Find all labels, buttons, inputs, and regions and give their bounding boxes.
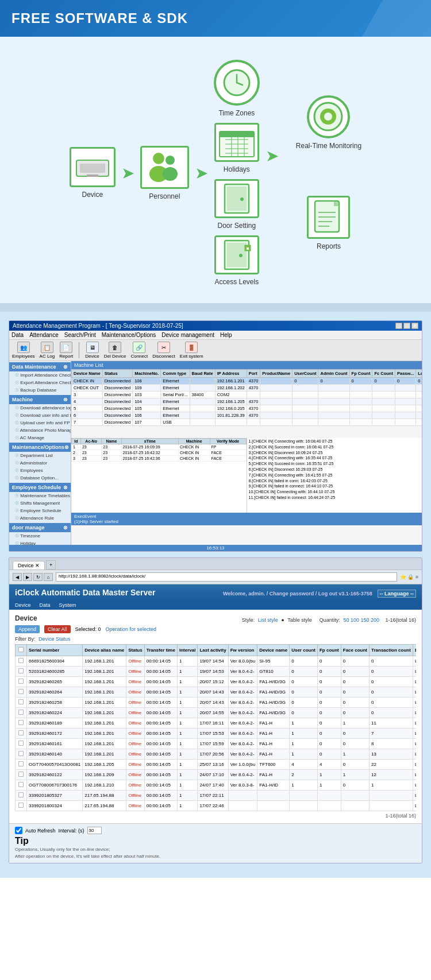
machine-table-row[interactable]: 3Disconnected103Serial Port/...38400COM2 (72, 392, 422, 398)
web-table-row[interactable]: 52031824600285192.168.1.201Offline00:00:… (16, 667, 417, 677)
sidebar-section-maintenance[interactable]: Maintenance/Options ⊗ (9, 443, 71, 452)
sidebar-item-att-rule[interactable]: Attendance Rule (9, 514, 71, 522)
browser-tab-add[interactable]: + (46, 560, 56, 570)
web-table-row[interactable]: 3929182460122192.168.1.209Offline00:00:1… (16, 770, 417, 780)
language-btn[interactable]: -- Language -- (378, 590, 417, 598)
sidebar-item-backup[interactable]: Backup Database (9, 386, 71, 394)
toolbar-employees-btn[interactable]: 👥 Employees (12, 342, 35, 359)
toolbar-aclog-btn[interactable]: 📋 AC Log (40, 342, 55, 359)
auto-refresh-checkbox[interactable] (15, 827, 22, 834)
row-checkbox[interactable] (18, 803, 24, 808)
web-table-container[interactable]: Serial number Device alias name Status T… (15, 644, 416, 811)
log-table-container[interactable]: Id Ac-No Name sTime Machine Verify Mode (71, 438, 247, 513)
sidebar-item-shifts[interactable]: Shifts Management (9, 499, 71, 507)
web-table-row[interactable]: OGT70400570413O0081192.168.1.205Offline0… (16, 760, 417, 770)
menu-data[interactable]: Data (11, 332, 24, 338)
clear-all-btn[interactable]: Clear All (44, 625, 71, 633)
back-btn[interactable]: ◀ (13, 573, 22, 581)
machine-table-row[interactable]: 7Disconnected107USB3204 (72, 419, 422, 426)
row-checkbox[interactable] (18, 782, 24, 787)
machine-table-row[interactable]: 6Disconnected106Ethernet101.81.228.39437… (72, 412, 422, 419)
machine-table-row[interactable]: CHECK OUTDisconnected109Ethernet192.168.… (72, 385, 422, 392)
menu-device-mgmt[interactable]: Device management (161, 332, 214, 338)
row-checkbox[interactable] (18, 741, 24, 746)
sidebar-item-export[interactable]: Export Attendance Checking Data (9, 379, 71, 386)
sidebar-item-dbopt[interactable]: Database Option... (9, 474, 71, 482)
web-nav-system[interactable]: System (59, 602, 76, 608)
win-menubar[interactable]: Data Attendance Search/Print Maintenance… (9, 331, 422, 340)
web-table-row[interactable]: 3929182460172192.168.1.201Offline00:00:1… (16, 729, 417, 739)
home-btn[interactable]: ⌂ (44, 573, 53, 581)
row-checkbox[interactable] (18, 679, 24, 684)
web-table-row[interactable]: 3399201800324217.65.194.88Offline00:00:1… (16, 801, 417, 811)
row-checkbox[interactable] (18, 772, 24, 777)
row-checkbox[interactable] (18, 689, 24, 694)
sidebar-item-timetables[interactable]: Maintenance Timetables (9, 492, 71, 499)
sidebar-item-employees[interactable]: Employees (9, 467, 71, 474)
url-bar[interactable]: http://192.168.1.88:8082/iclock/data/icl… (56, 572, 397, 582)
row-checkbox[interactable] (18, 730, 24, 735)
table-style-btn[interactable]: Table style (287, 617, 312, 623)
sidebar-section-schedule[interactable]: Employee Schedule ⊗ (9, 483, 71, 492)
select-all-checkbox[interactable] (18, 647, 24, 652)
toolbar-device-btn[interactable]: 🖥 Device (85, 342, 99, 359)
append-btn[interactable]: Append (15, 625, 40, 633)
row-checkbox[interactable] (18, 720, 24, 725)
win-close-btn[interactable]: ✕ (411, 323, 418, 329)
sidebar-item-photo[interactable]: Attendance Photo Management (9, 427, 71, 434)
sidebar-item-ac[interactable]: AC Manage (9, 434, 71, 441)
web-table-row[interactable]: 3929182460224192.168.1.201Offline00:00:1… (16, 708, 417, 718)
toolbar-connect-btn[interactable]: 🔗 Connect (130, 342, 148, 359)
web-col-check[interactable] (16, 645, 27, 656)
machine-table-container[interactable]: Device Name Status MachineNo. Comm type … (71, 369, 422, 438)
web-table-row[interactable]: 3929182460161192.168.1.201Offline00:00:1… (16, 739, 417, 749)
log-table-row[interactable]: 323232018-07-25 16:42:36CHECK INFACE (72, 456, 247, 462)
toolbar-disconnect-btn[interactable]: ✂ Disconnect (152, 342, 175, 359)
sidebar-section-machine[interactable]: Machine ⊗ (9, 395, 71, 404)
operation-label[interactable]: Operation for selected (106, 626, 157, 632)
web-nav-device[interactable]: Device (15, 602, 31, 608)
status-log-container[interactable]: 1.[CHECK IN] Connecting with: 16:08:40 0… (247, 438, 422, 513)
web-table-row[interactable]: OGT708006707300176192.168.1.210Offline00… (16, 780, 417, 791)
menu-maintenance[interactable]: Maintenance/Options (102, 332, 156, 338)
menu-attendance[interactable]: Attendance (29, 332, 59, 338)
row-checkbox[interactable] (18, 668, 24, 673)
web-table-row[interactable]: 3929182460265192.168.1.201Offline00:00:1… (16, 677, 417, 687)
menu-help[interactable]: Help (220, 332, 232, 338)
row-checkbox[interactable] (18, 699, 24, 704)
web-table-row[interactable]: 3929182460189192.168.1.201Offline00:00:1… (16, 718, 417, 729)
web-table-row[interactable]: 3929182460264192.168.1.201Offline00:00:1… (16, 687, 417, 698)
menu-searchprint[interactable]: Search/Print (64, 332, 96, 338)
row-checkbox[interactable] (18, 751, 24, 756)
quantity-options[interactable]: 50 100 150 200 (343, 617, 379, 623)
web-table-row[interactable]: 3929182460140192.168.1.201Offline00:00:1… (16, 749, 417, 760)
forward-btn[interactable]: ▶ (23, 573, 32, 581)
sidebar-item-emp-sched[interactable]: Employee Schedule (9, 507, 71, 514)
machine-table-row[interactable]: CHECK INDisconnected108Ethernet192.168.1… (72, 378, 422, 385)
row-checkbox[interactable] (18, 710, 24, 715)
sidebar-item-dept[interactable]: Department List (9, 452, 71, 459)
sidebar-item-upload-user[interactable]: Upload user info and FP (9, 419, 71, 427)
toolbar-exit-btn[interactable]: 🚪 Exit system (180, 342, 203, 359)
sidebar-section-door[interactable]: door manage ⊗ (9, 523, 71, 532)
sidebar-section-data[interactable]: Data Maintenance ⊗ (9, 362, 71, 371)
log-table-row[interactable]: 223232018-07-25 16:42:32CHECK INFACE (72, 450, 247, 456)
web-nav-data[interactable]: Data (40, 602, 51, 608)
win-titlebar-btns[interactable]: _ □ ✕ (395, 323, 418, 329)
sidebar-item-admin[interactable]: Administrator (9, 459, 71, 467)
sidebar-item-download-logs[interactable]: Download attendance logs (9, 404, 71, 412)
machine-table-row[interactable]: 5Disconnected105Ethernet192.168.0.205437… (72, 405, 422, 412)
sidebar-item-timezone[interactable]: Timezone (9, 532, 71, 540)
interval-input[interactable] (87, 827, 102, 834)
sidebar-item-import[interactable]: Import Attendance Checking Data (9, 371, 71, 379)
refresh-btn[interactable]: ↻ (33, 573, 43, 581)
list-style-btn[interactable]: List style (258, 617, 278, 623)
machine-table-row[interactable]: 4Disconnected104Ethernet192.168.1.205437… (72, 398, 422, 405)
row-checkbox[interactable] (18, 792, 24, 797)
win-restore-btn[interactable]: □ (403, 323, 410, 329)
log-table-row[interactable]: 123232018-07-25 16:09:39CHECK INFP (72, 444, 247, 450)
web-table-row[interactable]: 3929182460258192.168.1.201Offline00:00:1… (16, 698, 417, 708)
toolbar-deldevice-btn[interactable]: 🗑 Del Device (104, 342, 126, 359)
web-table-row[interactable]: 3399201805327217.65.194.88Offline00:00:1… (16, 791, 417, 801)
filter-value[interactable]: Device Status (39, 636, 71, 642)
